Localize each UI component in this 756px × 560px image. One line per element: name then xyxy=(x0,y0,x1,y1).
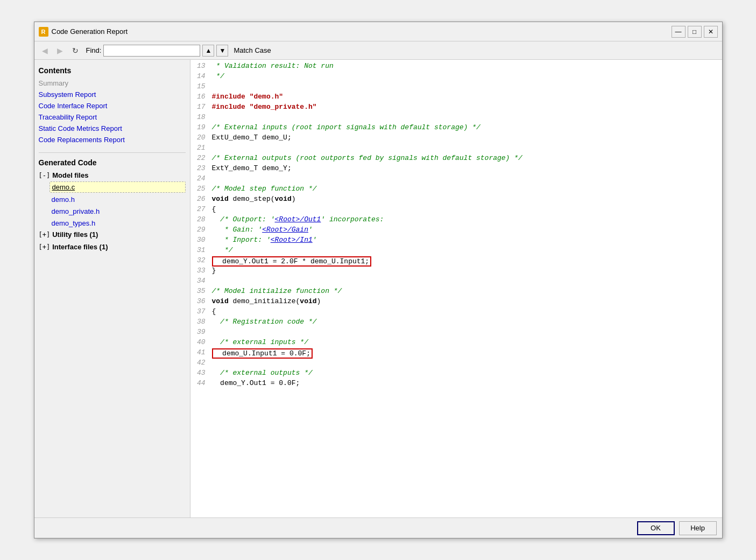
tree-item-demo-c[interactable]: demo.c xyxy=(50,181,186,193)
maximize-button[interactable]: □ xyxy=(688,26,702,38)
table-row: 34 xyxy=(190,277,722,287)
table-row: 28 /* Outport: '<Root>/Out1' incorporate… xyxy=(190,215,722,226)
table-row: 23 ExtY_demo_T demo_Y; xyxy=(190,164,722,174)
table-row: 32 demo_Y.Out1 = 2.0F * demo_U.Input1; xyxy=(190,256,722,267)
table-row: 40 /* external inputs */ xyxy=(190,338,722,348)
find-input[interactable] xyxy=(103,45,200,57)
table-row: 13 * Validation result: Not run xyxy=(190,62,722,72)
toolbar: ◀ ▶ ↻ Find: ▲ ▼ Match Case xyxy=(34,41,722,60)
utility-files-label: Utility files (1) xyxy=(52,230,98,239)
table-row: 38 /* Registration code */ xyxy=(190,318,722,328)
find-label: Find: xyxy=(86,46,102,54)
table-row: 43 /* external outputs */ xyxy=(190,369,722,379)
table-row: 33 } xyxy=(190,267,722,277)
table-row: 26 void demo_step(void) xyxy=(190,195,722,205)
refresh-button[interactable]: ↻ xyxy=(69,44,82,57)
table-row: 19 /* External inputs (root inport signa… xyxy=(190,123,722,134)
table-row: 17 #include "demo_private.h" xyxy=(190,103,722,113)
window-title: Code Generation Report xyxy=(52,27,672,36)
interface-files-header: [+] Interface files (1) xyxy=(39,243,186,251)
title-bar: R Code Generation Report — □ ✕ xyxy=(34,22,722,41)
back-button[interactable]: ◀ xyxy=(39,44,52,57)
bottom-bar: OK Help xyxy=(34,517,722,538)
utility-files-toggle[interactable]: [+] xyxy=(39,231,51,239)
table-row: 44 demo_Y.Out1 = 0.0F; xyxy=(190,379,722,389)
table-row: 25 /* Model step function */ xyxy=(190,185,722,195)
minimize-button[interactable]: — xyxy=(672,26,686,38)
find-up-button[interactable]: ▲ xyxy=(202,45,214,57)
table-row: 37 { xyxy=(190,307,722,318)
sidebar: Contents Summary Subsystem Report Code I… xyxy=(34,60,190,517)
app-icon: R xyxy=(39,27,48,37)
table-row: 41 demo_U.Input1 = 0.0F; xyxy=(190,348,722,359)
contents-title: Contents xyxy=(39,66,186,75)
interface-files-section: [+] Interface files (1) xyxy=(39,243,186,253)
model-files-section: [-] Model files demo.c demo.h demo_priva… xyxy=(39,171,186,228)
main-window: R Code Generation Report — □ ✕ ◀ ▶ ↻ Fin… xyxy=(34,22,723,538)
model-files-header: [-] Model files xyxy=(39,171,186,179)
utility-files-section: [+] Utility files (1) xyxy=(39,230,186,241)
table-row: 21 xyxy=(190,144,722,154)
sidebar-divider xyxy=(39,152,186,153)
sidebar-item-static-code-metrics[interactable]: Static Code Metrics Report xyxy=(39,124,186,132)
table-row: 16 #include "demo.h" xyxy=(190,93,722,103)
sidebar-item-traceability[interactable]: Traceability Report xyxy=(39,113,186,121)
table-row: 31 */ xyxy=(190,246,722,256)
table-row: 39 xyxy=(190,328,722,338)
tree-item-demo-private-h[interactable]: demo_private.h xyxy=(50,206,186,216)
table-row: 18 xyxy=(190,113,722,123)
tree-item-demo-h[interactable]: demo.h xyxy=(50,194,186,205)
forward-button[interactable]: ▶ xyxy=(54,44,67,57)
table-row: 14 */ xyxy=(190,72,722,82)
interface-files-toggle[interactable]: [+] xyxy=(39,243,51,251)
sidebar-item-summary[interactable]: Summary xyxy=(39,79,186,87)
table-row: 27 { xyxy=(190,205,722,215)
table-row: 35 /* Model initialize function */ xyxy=(190,287,722,297)
interface-files-label: Interface files (1) xyxy=(52,243,108,251)
find-down-button[interactable]: ▼ xyxy=(216,45,228,57)
model-files-label: Model files xyxy=(52,171,88,179)
utility-files-header: [+] Utility files (1) xyxy=(39,230,186,239)
model-files-toggle[interactable]: [-] xyxy=(39,172,51,179)
model-files-list: demo.c demo.h demo_private.h demo_types.… xyxy=(39,181,186,228)
ok-button[interactable]: OK xyxy=(637,521,675,535)
generated-code-title: Generated Code xyxy=(39,158,186,167)
table-row: 15 xyxy=(190,82,722,93)
match-case-label: Match Case xyxy=(234,46,271,54)
help-button[interactable]: Help xyxy=(679,521,717,535)
table-row: 24 xyxy=(190,174,722,185)
close-button[interactable]: ✕ xyxy=(704,26,718,38)
table-row: 20 ExtU_demo_T demo_U; xyxy=(190,134,722,144)
sidebar-item-subsystem-report[interactable]: Subsystem Report xyxy=(39,90,186,99)
main-content: Contents Summary Subsystem Report Code I… xyxy=(34,60,722,517)
table-row: 29 * Gain: '<Root>/Gain' xyxy=(190,226,722,236)
table-row: 22 /* External outputs (root outports fe… xyxy=(190,154,722,164)
sidebar-item-code-replacements[interactable]: Code Replacements Report xyxy=(39,136,186,144)
table-row: 30 * Inport: '<Root>/In1' xyxy=(190,236,722,246)
code-content[interactable]: 13 * Validation result: Not run 14 */ 15… xyxy=(190,60,722,517)
window-controls: — □ ✕ xyxy=(672,26,718,38)
sidebar-item-code-interface[interactable]: Code Interface Report xyxy=(39,102,186,110)
table-row: 36 void demo_initialize(void) xyxy=(190,297,722,307)
table-row: 42 xyxy=(190,359,722,369)
code-panel: 13 * Validation result: Not run 14 */ 15… xyxy=(190,60,722,517)
tree-item-demo-types-h[interactable]: demo_types.h xyxy=(50,218,186,228)
